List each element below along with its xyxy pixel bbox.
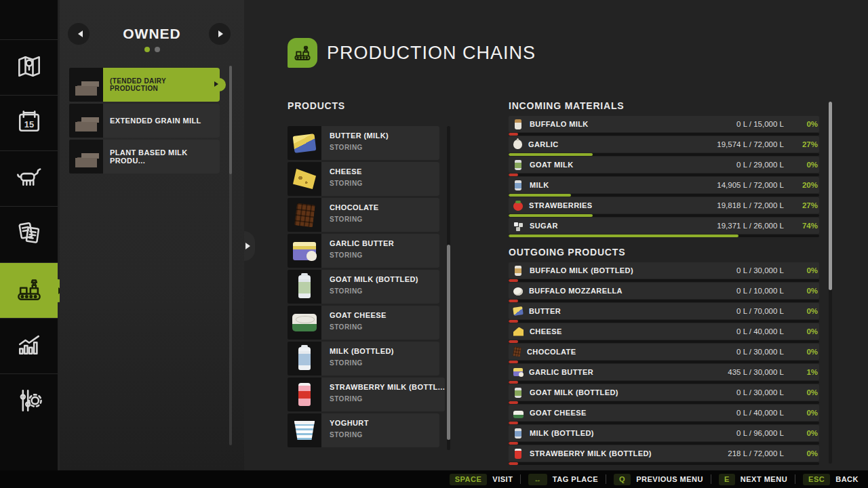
cow-icon [14,163,44,195]
product-item-goat-milk-bottled[interactable]: GOAT MILK (BOTTLED)STORING [288,270,439,304]
panel-expand-arrow[interactable] [244,231,255,261]
owned-list-scrollbar[interactable] [229,66,232,445]
divider [795,474,795,484]
product-status: STORING [330,395,445,403]
material-amount: 19,818 L / 72,000 L [717,201,784,209]
goat-milk-bottle-icon [298,275,311,298]
product-icon-tile [288,234,321,268]
fill-bar-value [509,422,518,424]
hotkey-back[interactable]: ESCBACK [803,474,859,485]
sidebar-item-calendar[interactable]: 15 [0,95,58,150]
esc-key: ESC [803,474,830,485]
production-chains-icon [14,274,44,307]
owned-item-dairy-production[interactable]: (TENDED DAIRY PRODUCTION [69,68,220,102]
material-amount: 14,905 L / 72,000 L [717,181,784,189]
hotkey-label: VISIT [492,475,513,483]
product-amount: 0 L / 30,000 L [736,348,784,356]
fill-bar-value [509,214,593,217]
hotkey-tag-place[interactable]: ↔TAG PLACE [528,474,598,485]
fill-bar-value [509,174,518,176]
product-item-butter-milk[interactable]: BUTTER (MILK)STORING [288,126,439,160]
page-dot-inactive [155,47,160,52]
product-item-yoghurt[interactable]: YOGHURTSTORING [288,413,439,447]
garlic-icon [513,140,522,149]
product-item-strawberry-milk[interactable]: STRAWBERRY MILK (BOTTL...STORING [288,378,439,411]
page-dot-active [144,47,150,52]
material-percent: 0% [793,161,818,169]
details-scrollbar[interactable] [829,102,832,464]
fill-bar-value [509,340,518,343]
hotkey-label: PREVIOUS MENU [636,475,703,483]
product-icon-tile [288,378,321,411]
products-section-label: PRODUCTS [288,100,345,111]
hotkey-bar: SPACEVISIT ↔TAG PLACE QPREVIOUS MENU ENE… [0,470,868,488]
product-icon-tile [288,270,321,304]
fill-bar [509,235,819,237]
product-name: CHOCOLATE [330,203,439,211]
bar-chart-icon [14,330,44,363]
fill-bar-value [509,462,518,465]
scrollbar-thumb[interactable] [229,66,232,174]
space-key: SPACE [450,474,488,485]
owned-item-grain-mill[interactable]: EXTENDED GRAIN MILL [69,104,220,138]
product-amount: 0 L / 40,000 L [736,409,784,417]
sidebar-item-map[interactable] [0,39,58,95]
hotkey-visit[interactable]: SPACEVISIT [450,474,513,485]
product-item-garlic-butter[interactable]: GARLIC BUTTERSTORING [288,234,439,268]
material-name: MILK [530,181,717,189]
sidebar-item-animals[interactable] [0,150,58,206]
outgoing-row-goat-cheese: GOAT CHEESE0 L / 40,000 L0% [509,405,819,424]
product-item-goat-cheese[interactable]: GOAT CHEESESTORING [288,306,439,340]
fill-bar [509,462,819,465]
fill-bar [509,153,819,156]
sidebar-item-settings[interactable] [0,373,58,429]
product-name: GOAT CHEESE [530,409,736,417]
product-item-chocolate[interactable]: CHOCOLATESTORING [288,198,439,232]
product-percent: 0% [793,307,818,315]
product-amount: 0 L / 30,000 L [736,266,784,274]
product-name: GOAT CHEESE [330,311,439,319]
product-item-cheese[interactable]: CHEESESTORING [288,162,439,196]
fill-bar [509,361,819,363]
product-status: STORING [330,359,439,367]
products-scrollbar[interactable] [447,126,450,450]
sidebar-item-production-chains[interactable] [0,262,58,318]
hotkey-next-menu[interactable]: ENEXT MENU [719,474,787,485]
sidebar-item-prices[interactable] [0,206,58,262]
incoming-section-label: INCOMING MATERIALS [509,100,624,111]
product-name: STRAWBERRY MILK (BOTTLED) [530,449,728,458]
material-amount: 19,574 L / 72,000 L [717,140,784,148]
goat-milk-bottle-icon [515,160,521,170]
cheese-icon [513,327,524,336]
fill-bar [509,300,819,302]
material-name: GARLIC [528,140,717,148]
production-chains-screen: 15 OWNED (TENDED DAIRY PRODUCTION [0,0,868,488]
fill-bar-value [509,153,593,156]
product-item-milk-bottled[interactable]: MILK (BOTTLED)STORING [288,342,439,375]
product-percent: 0% [793,449,818,458]
incoming-row-milk: MILK14,905 L / 72,000 L20% [509,177,819,197]
fill-bar [509,174,819,176]
building-thumbnail [69,140,103,174]
product-status: STORING [330,431,439,439]
sidebar-item-statistics[interactable] [0,318,58,373]
buffalo-milk-bottle-icon [515,266,521,276]
building-thumbnail [69,104,103,138]
incoming-row-goat-milk: GOAT MILK0 L / 29,000 L0% [509,157,819,176]
material-percent: 74% [793,222,818,230]
material-percent: 0% [793,120,818,128]
scrollbar-thumb[interactable] [829,102,832,290]
arrow-right-icon [245,243,254,249]
scrollbar-thumb[interactable] [447,245,450,440]
divider [520,474,521,484]
documents-icon [14,218,44,251]
outgoing-section-label: OUTGOING PRODUCTS [509,247,625,258]
owned-item-plant-milk[interactable]: PLANT BASED MILK PRODU... [69,140,220,174]
product-name: MILK (BOTTLED) [530,429,736,437]
outgoing-row-chocolate: CHOCOLATE0 L / 30,000 L0% [509,344,819,363]
outgoing-row-cheese: CHEESE0 L / 40,000 L0% [509,323,819,343]
hotkey-previous-menu[interactable]: QPREVIOUS MENU [614,474,703,485]
fill-bar-value [509,235,738,237]
sugar-cubes-icon [513,221,524,231]
product-percent: 0% [793,348,818,356]
